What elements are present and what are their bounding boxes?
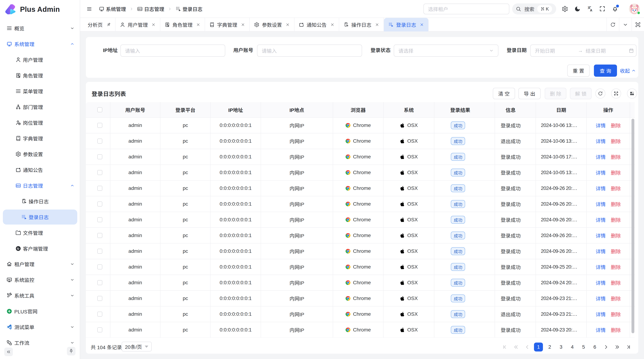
svg-text:DEV: DEV: [16, 185, 20, 187]
svg-text:DEV: DEV: [138, 8, 142, 10]
svg-text:A: A: [590, 8, 592, 12]
